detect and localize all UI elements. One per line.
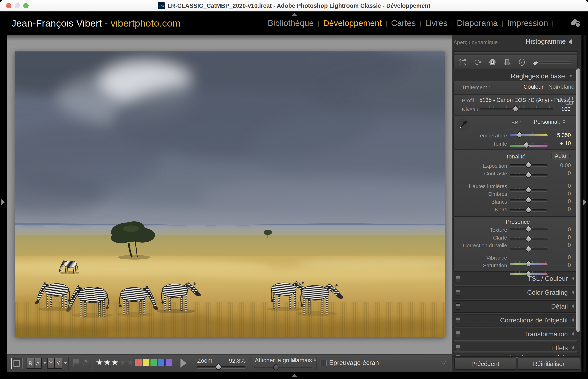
module-impression[interactable]: Impression (507, 18, 548, 28)
section-disclosure-icon[interactable] (572, 332, 574, 336)
dehaze-slider[interactable] (510, 249, 548, 251)
basic-panel-disclosure-icon[interactable] (569, 75, 573, 77)
loupe-view-button[interactable] (11, 358, 22, 369)
histogram-panel-title[interactable]: Histogramme (526, 38, 566, 45)
dehaze-value[interactable]: 0 (548, 242, 571, 248)
wb-stepper-icon[interactable] (563, 119, 566, 124)
histogram-collapse-icon[interactable] (568, 39, 572, 45)
blacks-value[interactable]: 0 (548, 206, 571, 212)
section-tsl-couleur[interactable]: TSL / Couleur (452, 273, 582, 284)
radial-filter-icon[interactable] (517, 58, 526, 67)
tint-slider[interactable] (510, 144, 548, 147)
before-after-dropdown-icon[interactable] (43, 362, 47, 364)
vibrance-slider[interactable] (510, 263, 548, 265)
treatment-bw-option[interactable]: Noir/blanc (548, 83, 574, 90)
bottom-panel-collapse-arrow[interactable] (292, 374, 297, 377)
clarity-slider[interactable] (510, 238, 548, 241)
grid-size-slider[interactable] (254, 367, 312, 369)
exposure-value[interactable]: 0,00 (548, 162, 571, 169)
panel-toggle-switch[interactable] (456, 355, 460, 357)
play-slideshow-icon[interactable] (181, 359, 186, 368)
panel-scrollbar[interactable] (576, 68, 580, 332)
zoom-slider[interactable] (196, 366, 246, 369)
shadows-slider[interactable] (510, 199, 548, 202)
profile-browser-grid-icon[interactable] (566, 96, 572, 105)
whites-slider[interactable] (510, 209, 548, 212)
module-livres[interactable]: Livres (425, 18, 447, 28)
panel-toggle-switch[interactable] (456, 331, 460, 337)
highlights-slider[interactable] (510, 189, 548, 191)
panel-toggle-switch[interactable] (456, 276, 460, 282)
red-eye-tool-icon[interactable] (488, 58, 497, 67)
module-bibliotheque[interactable]: Bibliothèque (268, 18, 314, 28)
contrast-slider[interactable] (510, 174, 548, 177)
temperature-slider[interactable] (510, 134, 548, 136)
module-developpement[interactable]: Développement (323, 18, 382, 28)
section-disclosure-icon[interactable] (572, 276, 574, 280)
compare-view-dropdown-icon[interactable] (63, 362, 67, 364)
section-disclosure-icon[interactable] (572, 290, 574, 294)
section-color-grading[interactable]: Color Grading (452, 287, 582, 298)
shadows-value[interactable]: 0 (548, 190, 571, 197)
basic-panel-title[interactable]: Réglages de base (511, 72, 565, 80)
texture-value[interactable]: 0 (548, 226, 571, 233)
grid-select[interactable]: Jamais (293, 357, 312, 364)
section-tone-curve[interactable]: Courbe des tonalités (452, 352, 582, 357)
previous-button[interactable]: Précédent (454, 358, 516, 370)
exposure-slider[interactable] (510, 164, 548, 167)
panel-toggle-switch[interactable] (456, 317, 460, 323)
color-label-green[interactable] (150, 359, 157, 366)
section-disclosure-icon[interactable] (572, 346, 574, 350)
saturation-value[interactable]: 0 (548, 262, 571, 268)
highlights-value[interactable]: 0 (548, 183, 571, 189)
top-panel-collapse-arrow[interactable] (292, 13, 297, 16)
module-cartes[interactable]: Cartes (391, 18, 416, 28)
panel-toggle-switch[interactable] (456, 290, 460, 296)
section-disclosure-icon[interactable] (572, 304, 574, 308)
hide-right-panel-arrow[interactable] (583, 199, 587, 205)
graduated-filter-icon[interactable] (503, 58, 512, 67)
softproof-checkbox[interactable] (321, 360, 327, 366)
profile-stepper-icon[interactable] (560, 97, 563, 101)
grid-stepper-icon[interactable] (314, 358, 316, 362)
vibrance-value[interactable]: 0 (548, 254, 571, 261)
color-label-purple[interactable] (165, 359, 172, 366)
crop-tool-icon[interactable] (458, 58, 467, 67)
contrast-value[interactable]: 0 (548, 170, 571, 176)
adjustment-brush-icon[interactable] (532, 58, 574, 67)
module-diaporama[interactable]: Diaporama (457, 18, 498, 28)
section-transformation[interactable]: Transformation (452, 329, 582, 339)
reset-button[interactable]: Réinitialiser (518, 358, 580, 370)
wb-eyedropper-icon[interactable] (456, 118, 470, 132)
section-detail[interactable]: Détail (452, 301, 582, 312)
histogram-collapsed-bar[interactable] (453, 51, 578, 54)
star-rating[interactable]: ★★★★★ (96, 357, 134, 367)
sync-cloud-icon[interactable]: ! (570, 18, 581, 27)
section-disclosure-icon[interactable] (572, 318, 574, 322)
whites-value[interactable]: 0 (548, 198, 571, 205)
tint-value[interactable]: + 10 (548, 140, 571, 147)
profile-amount-slider[interactable] (480, 108, 553, 110)
before-after-button[interactable]: RA (27, 358, 42, 369)
color-label-blue[interactable] (158, 359, 165, 366)
clarity-value[interactable]: 0 (548, 234, 571, 240)
color-label-red[interactable] (135, 359, 142, 366)
photo-zebras-savanna[interactable] (15, 51, 445, 337)
tone-auto-button[interactable]: Auto (551, 152, 570, 160)
pick-flag-icon[interactable] (73, 359, 80, 367)
reject-flag-icon[interactable] (83, 359, 90, 367)
wb-select[interactable]: Personnal. (534, 119, 560, 125)
compare-view-button[interactable]: YY (47, 358, 62, 369)
profile-amount-value[interactable]: 100 (556, 106, 571, 112)
section-lens-corrections[interactable]: Corrections de l'objectif (452, 315, 582, 326)
temperature-value[interactable]: 5 350 (548, 132, 571, 139)
treatment-color-option[interactable]: Couleur (524, 83, 543, 90)
section-disclosure-icon[interactable] (572, 356, 574, 357)
color-label-yellow[interactable] (142, 359, 150, 366)
panel-toggle-switch[interactable] (456, 303, 460, 310)
healing-tool-icon[interactable] (473, 58, 482, 67)
show-left-panel-arrow[interactable] (1, 199, 5, 205)
texture-slider[interactable] (510, 228, 548, 231)
toolbar-options-icon[interactable] (441, 359, 446, 366)
panel-toggle-switch[interactable] (456, 345, 460, 351)
